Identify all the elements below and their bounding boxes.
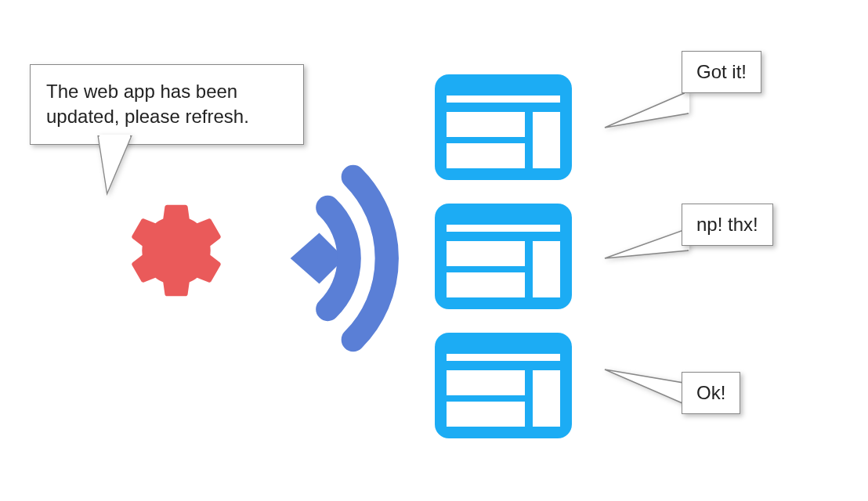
reply-bubble: Ok! — [682, 372, 740, 414]
svg-rect-11 — [447, 272, 525, 297]
svg-marker-1 — [99, 135, 130, 138]
svg-rect-17 — [533, 370, 560, 427]
app-window-icon — [435, 74, 572, 180]
svg-marker-0 — [98, 136, 132, 194]
reply-text: np! thx! — [696, 214, 758, 235]
svg-rect-6 — [447, 143, 525, 168]
svg-rect-14 — [447, 354, 560, 361]
svg-rect-19 — [685, 92, 689, 113]
svg-rect-15 — [447, 370, 525, 395]
speech-tail-icon — [603, 90, 689, 137]
speech-tail-icon — [603, 227, 689, 266]
svg-marker-22 — [605, 369, 688, 405]
svg-marker-18 — [605, 92, 688, 128]
gear-icon — [121, 196, 231, 308]
svg-rect-5 — [447, 112, 525, 137]
svg-rect-16 — [447, 402, 525, 427]
svg-marker-20 — [605, 229, 688, 258]
svg-rect-10 — [447, 241, 525, 266]
reply-text: Got it! — [696, 61, 747, 82]
reply-bubble: np! thx! — [682, 204, 773, 246]
svg-rect-9 — [447, 225, 560, 232]
main-speech-bubble: The web app has been updated, please ref… — [30, 64, 304, 145]
speech-tail-icon — [94, 135, 141, 197]
reply-text: Ok! — [696, 382, 725, 403]
app-window-icon — [435, 333, 572, 438]
app-window-icon — [435, 204, 572, 309]
svg-rect-12 — [533, 241, 560, 297]
broadcast-icon — [259, 157, 431, 363]
reply-bubble: Got it! — [682, 51, 761, 93]
speech-tail-icon — [603, 362, 689, 409]
svg-rect-4 — [447, 96, 560, 103]
svg-rect-7 — [533, 112, 560, 168]
main-speech-text: The web app has been updated, please ref… — [46, 81, 249, 127]
